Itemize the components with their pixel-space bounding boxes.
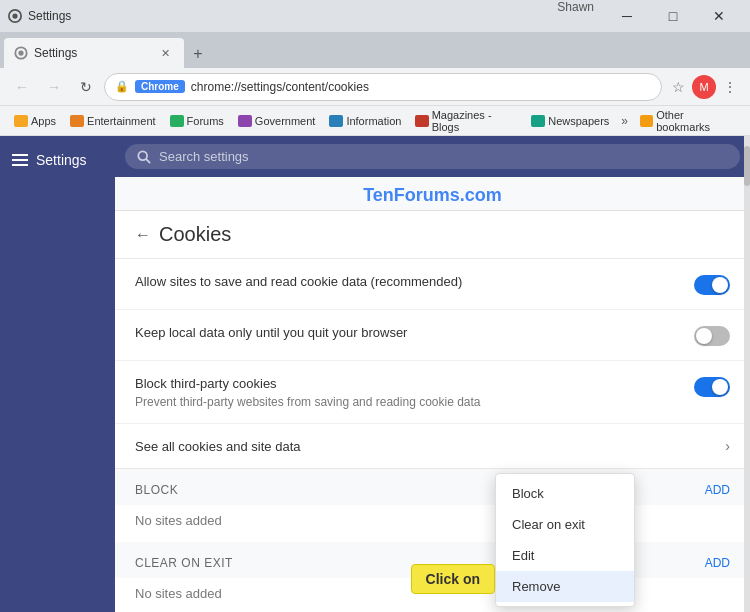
address-bar: ← → ↻ 🔒 Chrome chrome://settings/content… — [0, 68, 750, 106]
bookmark-magazines[interactable]: Magazines - Blogs — [409, 107, 523, 135]
block-add-button[interactable]: ADD — [705, 483, 730, 497]
setting-info-block: Block third-party cookies Prevent third-… — [135, 375, 684, 409]
address-right-icons: ☆ M ⋮ — [666, 75, 742, 99]
hamburger-line-3 — [12, 164, 28, 166]
bookmark-entertainment[interactable]: Entertainment — [64, 113, 161, 129]
clear-add-button[interactable]: ADD — [705, 556, 730, 570]
address-input-wrap[interactable]: 🔒 Chrome chrome://settings/content/cooki… — [104, 73, 662, 101]
sidebar: Settings — [0, 136, 115, 612]
hamburger-line-2 — [12, 159, 28, 161]
tab-bar: Settings ✕ + — [0, 32, 750, 68]
toggle-knob-block — [712, 379, 728, 395]
toggle-allow-cookies[interactable] — [694, 275, 730, 295]
close-button[interactable]: ✕ — [696, 0, 742, 32]
clear-section-title: Clear on exit — [135, 556, 233, 570]
context-item-block[interactable]: Block — [496, 478, 634, 509]
bookmark-information[interactable]: Information — [323, 113, 407, 129]
bookmark-newspapers-label: Newspapers — [548, 115, 609, 127]
forward-button[interactable]: → — [40, 73, 68, 101]
content-area: TenForums.com ← Cookies Allow sites to s… — [115, 136, 750, 612]
context-item-remove[interactable]: Remove — [496, 571, 634, 602]
click-on-tooltip: Click on — [411, 564, 495, 594]
hamburger-menu[interactable] — [12, 154, 28, 166]
search-icon — [137, 150, 151, 164]
context-menu: Block Clear on exit Edit Remove — [495, 473, 635, 607]
svg-point-2 — [18, 50, 23, 55]
block-section-header: Block ADD — [115, 469, 750, 505]
sidebar-settings-label: Settings — [36, 152, 87, 168]
title-bar: Settings Shawn ─ □ ✕ — [0, 0, 750, 32]
block-no-sites: No sites added — [115, 505, 750, 542]
magazines-icon — [415, 115, 428, 127]
reload-button[interactable]: ↻ — [72, 73, 100, 101]
settings-content: ← Cookies Allow sites to save and read c… — [115, 211, 750, 612]
apps-bookmark-icon — [14, 115, 28, 127]
bookmark-entertainment-label: Entertainment — [87, 115, 155, 127]
bookmark-newspapers[interactable]: Newspapers — [525, 113, 615, 129]
setting-desc-block-third: Prevent third-party websites from saving… — [135, 395, 684, 409]
setting-label-keep: Keep local data only until you quit your… — [135, 324, 684, 342]
menu-icon[interactable]: ⋮ — [718, 75, 742, 99]
title-bar-controls: Shawn ─ □ ✕ — [557, 0, 742, 32]
bookmarks-bar: Apps Entertainment Forums Government Inf… — [0, 106, 750, 136]
other-bookmarks[interactable]: Other bookmarks — [634, 107, 742, 135]
setting-label-allow: Allow sites to save and read cookie data… — [135, 273, 684, 291]
bookmark-forums-label: Forums — [187, 115, 224, 127]
other-bookmarks-icon — [640, 115, 653, 127]
newspapers-icon — [531, 115, 545, 127]
chrome-badge: Chrome — [135, 80, 185, 93]
toggle-keep-local[interactable] — [694, 326, 730, 346]
bookmark-government-label: Government — [255, 115, 316, 127]
block-section-title: Block — [135, 483, 178, 497]
bookmarks-more-button[interactable]: » — [617, 112, 632, 130]
context-item-clear-on-exit[interactable]: Clear on exit — [496, 509, 634, 540]
title-user: Shawn — [557, 0, 594, 32]
bookmark-apps-label: Apps — [31, 115, 56, 127]
star-icon[interactable]: ☆ — [666, 75, 690, 99]
bookmark-forums[interactable]: Forums — [164, 113, 230, 129]
maximize-button[interactable]: □ — [650, 0, 696, 32]
see-all-cookies-row[interactable]: See all cookies and site data › — [115, 424, 750, 469]
government-icon — [238, 115, 252, 127]
minimize-button[interactable]: ─ — [604, 0, 650, 32]
back-arrow-button[interactable]: ← — [135, 226, 151, 244]
scroll-thumb[interactable] — [744, 146, 750, 186]
bookmark-apps[interactable]: Apps — [8, 113, 62, 129]
cookies-header: ← Cookies — [115, 211, 750, 259]
toggle-knob-keep — [696, 328, 712, 344]
main-layout: Settings TenForums.com ← Cookies — [0, 136, 750, 612]
extension-icon[interactable]: M — [692, 75, 716, 99]
entertainment-icon — [70, 115, 84, 127]
search-input[interactable] — [159, 149, 728, 164]
search-input-wrap[interactable] — [125, 144, 740, 169]
other-bookmarks-label: Other bookmarks — [656, 109, 736, 133]
setting-row-block-third-party: Block third-party cookies Prevent third-… — [115, 361, 750, 424]
url-display: chrome://settings/content/cookies — [191, 80, 651, 94]
context-item-edit[interactable]: Edit — [496, 540, 634, 571]
search-bar — [115, 136, 750, 177]
tab-label: Settings — [34, 46, 151, 60]
see-all-label: See all cookies and site data — [135, 439, 301, 454]
chevron-right-icon: › — [725, 438, 730, 454]
tab-close-button[interactable]: ✕ — [157, 45, 174, 62]
settings-tab[interactable]: Settings ✕ — [4, 38, 184, 68]
bookmark-magazines-label: Magazines - Blogs — [432, 109, 518, 133]
block-section: Block ADD No sites added — [115, 469, 750, 542]
svg-point-4 — [138, 151, 147, 160]
settings-tab-icon — [8, 9, 22, 23]
back-button[interactable]: ← — [8, 73, 36, 101]
setting-info-keep: Keep local data only until you quit your… — [135, 324, 684, 342]
lock-icon: 🔒 — [115, 80, 129, 93]
toggle-block-third-party[interactable] — [694, 377, 730, 397]
toggle-knob-allow — [712, 277, 728, 293]
sidebar-header[interactable]: Settings — [0, 144, 115, 176]
bookmark-government[interactable]: Government — [232, 113, 322, 129]
setting-row-allow-cookies: Allow sites to save and read cookie data… — [115, 259, 750, 310]
forums-icon — [170, 115, 184, 127]
information-icon — [329, 115, 343, 127]
window-title: Settings — [28, 9, 71, 23]
tab-settings-icon — [14, 46, 28, 60]
hamburger-line-1 — [12, 154, 28, 156]
setting-info-allow: Allow sites to save and read cookie data… — [135, 273, 684, 291]
new-tab-button[interactable]: + — [184, 40, 212, 68]
